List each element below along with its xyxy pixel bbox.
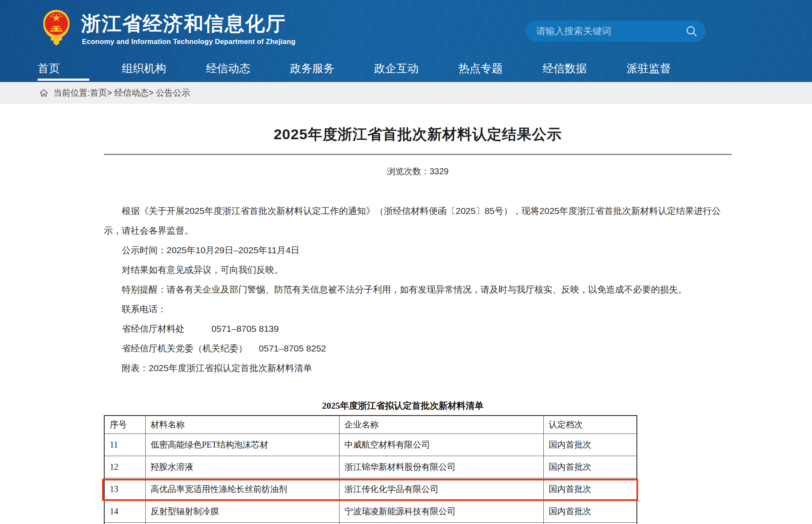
page-title: 2025年度浙江省首批次新材料认定结果公示 bbox=[104, 125, 732, 144]
search-box bbox=[526, 20, 706, 42]
site-subtitle: Economy and Information Technology Depar… bbox=[82, 38, 296, 46]
nav-item-supervision[interactable]: 派驻监督 bbox=[627, 56, 711, 82]
search-icon[interactable] bbox=[685, 25, 698, 38]
table-cell: 11 bbox=[104, 433, 145, 456]
table-cell: 13 bbox=[104, 478, 145, 500]
table-header-cell: 认定档次 bbox=[543, 416, 637, 433]
breadcrumb-separator: > bbox=[149, 88, 156, 98]
breadcrumb-prefix: 当前位置: bbox=[53, 87, 90, 99]
table-row: 14 反射型辐射制冷膜 宁波瑞凌新能源科技有限公司 国内首批次 bbox=[104, 500, 637, 522]
table-cell bbox=[104, 522, 145, 524]
home-icon bbox=[39, 89, 48, 97]
main-nav: 首页 组织机构 经信动态 政务服务 政企互动 热点专题 经信数据 派驻监督 bbox=[38, 56, 711, 82]
table-row bbox=[104, 522, 637, 524]
national-emblem-logo[interactable] bbox=[42, 9, 70, 47]
nav-item-gov-enterprise[interactable]: 政企互动 bbox=[374, 56, 458, 82]
breadcrumb-link-news[interactable]: 经信动态 bbox=[114, 87, 149, 99]
site-title: 浙江省经济和信息化厅 bbox=[81, 12, 286, 35]
nav-item-data[interactable]: 经信数据 bbox=[542, 56, 627, 82]
table-cell bbox=[543, 522, 637, 524]
table-row: 12 羟胺水溶液 浙江锦华新材料股份有限公司 国内首批次 bbox=[104, 456, 637, 478]
paragraph-feedback: 对结果如有意见或异议，可向我们反映。 bbox=[104, 260, 732, 280]
table-cell: 宁波瑞凌新能源科技有限公司 bbox=[339, 500, 543, 522]
breadcrumb: 当前位置: 首页 > 经信动态 > 公告公示 bbox=[0, 82, 812, 104]
table-cell: 羟胺水溶液 bbox=[145, 456, 339, 478]
breadcrumb-separator: > bbox=[107, 88, 114, 98]
nav-item-hot-topics[interactable]: 热点专题 bbox=[458, 56, 542, 82]
table-cell: 浙江传化化学品有限公司 bbox=[339, 478, 543, 500]
paragraph-phone-1: 省经信厅材料处 0571–8705 8139 bbox=[104, 319, 732, 339]
breadcrumb-link-home[interactable]: 首页 bbox=[90, 87, 107, 99]
paragraph-attachment: 附表：2025年度浙江省拟认定首批次新材料清单 bbox=[104, 358, 732, 378]
article-body: 根据《关于开展2025年度浙江省首批次新材料认定工作的通知》（浙经信材料便函〔2… bbox=[104, 201, 732, 378]
nav-item-gov-services[interactable]: 政务服务 bbox=[290, 56, 374, 82]
table-caption: 2025年度浙江省拟认定首批次新材料清单 bbox=[104, 400, 702, 412]
table-cell: 低密高能绿色PET结构泡沫芯材 bbox=[145, 433, 339, 456]
table-cell: 国内首批次 bbox=[543, 456, 637, 478]
table-header-cell: 材料名称 bbox=[145, 416, 339, 433]
view-count: 浏览次数：3329 bbox=[104, 166, 732, 177]
national-emblem-icon bbox=[42, 9, 70, 47]
table-cell: 国内首批次 bbox=[543, 433, 637, 456]
table-cell: 14 bbox=[104, 500, 145, 522]
nav-item-home[interactable]: 首页 bbox=[38, 56, 122, 82]
paragraph-warning: 特别提醒：请各有关企业及部门警惕、防范有关信息被不法分子利用，如有发现异常情况，… bbox=[104, 280, 732, 299]
breadcrumb-link-announcements[interactable]: 公告公示 bbox=[156, 87, 190, 99]
materials-table: 序号 材料名称 企业名称 认定档次 11 低密高能绿色PET结构泡沫芯材 中威航… bbox=[104, 415, 637, 524]
table-cell bbox=[339, 522, 543, 524]
site-header: 浙江省经济和信息化厅 Economy and Information Techn… bbox=[0, 0, 812, 82]
search-input[interactable] bbox=[526, 20, 690, 42]
title-divider bbox=[104, 154, 732, 155]
paragraph-contact: 联系电话： bbox=[104, 299, 732, 319]
table-header-cell: 序号 bbox=[104, 416, 145, 433]
paragraph-phone-2: 省经信厅机关党委（机关纪委） 0571–8705 8252 bbox=[104, 339, 732, 358]
table-header-row: 序号 材料名称 企业名称 认定档次 bbox=[104, 416, 637, 433]
table-row-highlighted: 13 高优品率宽适用性涤纶长丝前纺油剂 浙江传化化学品有限公司 国内首批次 bbox=[104, 478, 637, 500]
paragraph-basis: 根据《关于开展2025年度浙江省首批次新材料认定工作的通知》（浙经信材料便函〔2… bbox=[104, 201, 732, 240]
nav-item-news[interactable]: 经信动态 bbox=[206, 56, 290, 82]
table-cell: 中威航空材料有限公司 bbox=[339, 433, 543, 456]
table-cell: 高优品率宽适用性涤纶长丝前纺油剂 bbox=[145, 478, 339, 500]
table-row: 11 低密高能绿色PET结构泡沫芯材 中威航空材料有限公司 国内首批次 bbox=[104, 433, 637, 456]
table-cell: 12 bbox=[104, 456, 145, 478]
table-header-cell: 企业名称 bbox=[339, 416, 543, 433]
nav-item-organization[interactable]: 组织机构 bbox=[122, 56, 206, 82]
table-cell: 浙江锦华新材料股份有限公司 bbox=[339, 456, 543, 478]
paragraph-period: 公示时间：2025年10月29日–2025年11月4日 bbox=[104, 240, 732, 260]
table-cell bbox=[145, 522, 339, 524]
table-cell: 国内首批次 bbox=[543, 500, 637, 522]
table-cell: 国内首批次 bbox=[543, 478, 637, 500]
table-cell: 反射型辐射制冷膜 bbox=[145, 500, 339, 522]
